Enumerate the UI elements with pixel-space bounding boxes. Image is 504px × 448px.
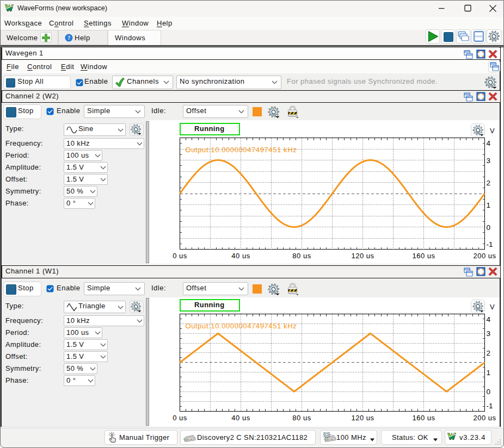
svg-text:Output:10.00000047497451 kHz: Output:10.00000047497451 kHz: [186, 322, 297, 330]
svg-text:80 us: 80 us: [292, 414, 311, 422]
svg-text:Output:10.00000047497451 kHz: Output:10.00000047497451 kHz: [186, 146, 297, 154]
svg-text:4: 4: [487, 315, 491, 323]
svg-text:?: ?: [67, 35, 70, 41]
svg-text:1: 1: [487, 201, 491, 209]
svg-text:2: 2: [487, 349, 491, 357]
svg-text:-1: -1: [487, 240, 493, 248]
svg-text:0 us: 0 us: [173, 414, 187, 422]
svg-text:4: 4: [487, 139, 491, 147]
svg-text:120 us: 120 us: [351, 252, 374, 260]
svg-text:0 us: 0 us: [173, 252, 187, 260]
svg-text:0: 0: [487, 223, 491, 232]
svg-text:40 us: 40 us: [231, 414, 250, 422]
svg-text:200 us: 200 us: [473, 414, 496, 422]
svg-text:0: 0: [487, 388, 491, 396]
svg-text:120 us: 120 us: [351, 414, 374, 422]
svg-text:-1: -1: [487, 402, 493, 410]
svg-text:80 us: 80 us: [292, 252, 311, 260]
svg-text:200 us: 200 us: [473, 252, 496, 260]
svg-text:2: 2: [487, 179, 491, 187]
svg-text:3: 3: [487, 157, 491, 165]
svg-text:3: 3: [487, 329, 491, 338]
svg-text:40 us: 40 us: [231, 252, 250, 260]
svg-text:160 us: 160 us: [412, 414, 435, 422]
svg-text:1: 1: [487, 369, 491, 377]
svg-text:160 us: 160 us: [412, 252, 435, 260]
